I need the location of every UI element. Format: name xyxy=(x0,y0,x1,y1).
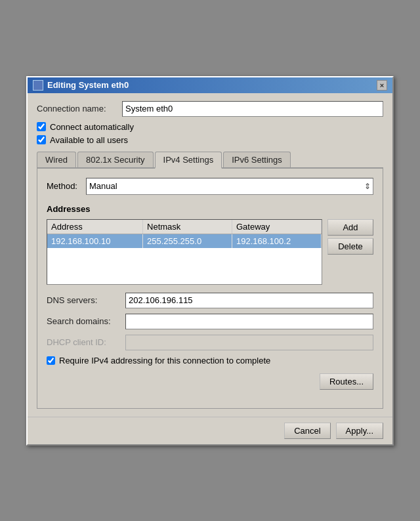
cell-address: 192.168.100.10 xyxy=(47,234,143,248)
tab-ipv4[interactable]: IPv4 Settings xyxy=(155,152,222,169)
table-row[interactable]: 192.168.100.10 255.255.255.0 192.168.100… xyxy=(47,234,322,248)
col-netmask: Netmask xyxy=(143,220,232,234)
close-button[interactable]: × xyxy=(377,80,387,91)
titlebar-left: Editing System eth0 xyxy=(33,80,129,91)
titlebar: Editing System eth0 × xyxy=(28,77,392,93)
cell-gateway: 192.168.100.2 xyxy=(232,234,322,248)
tab-ipv6[interactable]: IPv6 Settings xyxy=(223,152,291,167)
addresses-table: Address Netmask Gateway 192.168.100.10 2… xyxy=(47,220,322,248)
cancel-button[interactable]: Cancel xyxy=(284,423,330,439)
routes-button[interactable]: Routes... xyxy=(320,373,373,390)
addresses-heading: Addresses xyxy=(47,204,373,214)
dns-row: DNS servers: xyxy=(47,293,373,308)
network-icon xyxy=(33,80,43,91)
available-users-row: Available to all users xyxy=(37,135,383,145)
table-header-row: Address Netmask Gateway xyxy=(47,220,322,234)
require-ipv4-row: Require IPv4 addressing for this connect… xyxy=(47,356,373,365)
dns-label: DNS servers: xyxy=(47,295,125,305)
require-ipv4-checkbox[interactable] xyxy=(47,356,55,365)
cell-netmask: 255.255.255.0 xyxy=(143,234,232,248)
search-domains-row: Search domains: xyxy=(47,314,373,329)
method-label: Method: xyxy=(47,181,86,191)
tab-wired[interactable]: Wired xyxy=(37,152,76,167)
delete-button[interactable]: Delete xyxy=(327,238,373,255)
connect-auto-row: Connect automatically xyxy=(37,122,383,132)
available-users-label: Available to all users xyxy=(50,135,128,145)
dns-input[interactable] xyxy=(125,293,373,308)
col-address: Address xyxy=(47,220,143,234)
addresses-section: Address Netmask Gateway 192.168.100.10 2… xyxy=(47,219,373,285)
connect-auto-label: Connect automatically xyxy=(50,122,134,132)
require-ipv4-label: Require IPv4 addressing for this connect… xyxy=(59,356,270,365)
connection-name-label: Connection name: xyxy=(37,104,122,114)
method-select[interactable]: Manual Automatic (DHCP) Link-Local Only … xyxy=(86,178,373,195)
connect-auto-checkbox[interactable] xyxy=(37,122,46,131)
footer-buttons: Cancel Apply... xyxy=(28,417,392,444)
connection-name-row: Connection name: xyxy=(37,101,383,117)
tab-8021x[interactable]: 802.1x Security xyxy=(77,152,154,167)
tabs-bar: Wired 802.1x Security IPv4 Settings IPv6… xyxy=(37,152,383,169)
dhcp-client-id-input xyxy=(125,335,373,350)
routes-row: Routes... xyxy=(47,373,373,390)
method-select-wrapper: Manual Automatic (DHCP) Link-Local Only … xyxy=(86,178,373,195)
addresses-table-wrapper: Address Netmask Gateway 192.168.100.10 2… xyxy=(47,219,322,285)
search-domains-input[interactable] xyxy=(125,314,373,329)
connection-name-input[interactable] xyxy=(122,101,383,117)
dialog-window: Editing System eth0 × Connection name: C… xyxy=(26,76,394,446)
add-button[interactable]: Add xyxy=(327,219,373,236)
main-content: Connection name: Connect automatically A… xyxy=(28,93,392,417)
col-gateway: Gateway xyxy=(232,220,322,234)
method-row: Method: Manual Automatic (DHCP) Link-Loc… xyxy=(47,178,373,195)
dhcp-client-id-row: DHCP client ID: xyxy=(47,335,373,350)
search-domains-label: Search domains: xyxy=(47,316,125,326)
available-users-checkbox[interactable] xyxy=(37,135,46,144)
dhcp-client-id-label: DHCP client ID: xyxy=(47,337,125,347)
ipv4-tab-content: Method: Manual Automatic (DHCP) Link-Loc… xyxy=(37,169,383,409)
window-title: Editing System eth0 xyxy=(47,80,129,90)
addresses-buttons: Add Delete xyxy=(327,219,373,285)
apply-button[interactable]: Apply... xyxy=(336,423,383,439)
